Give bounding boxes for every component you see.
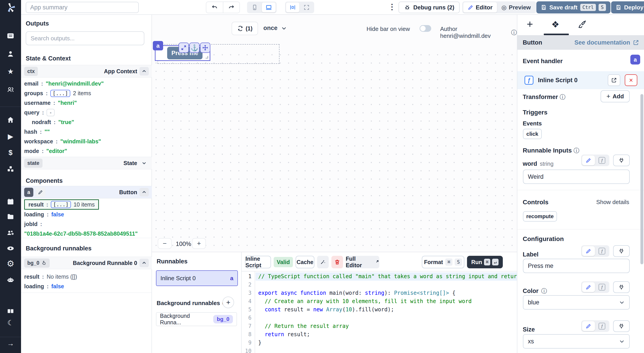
- code-lines[interactable]: // TypeScript function called "main" tha…: [256, 272, 517, 353]
- calendar-icon[interactable]: [0, 198, 21, 205]
- collapse-button[interactable]: [140, 67, 149, 76]
- rename-component-button[interactable]: [36, 187, 46, 197]
- app-window-icon[interactable]: [0, 32, 21, 40]
- static-mode-button[interactable]: [582, 282, 595, 292]
- expand-handle[interactable]: [178, 43, 189, 53]
- array-expander[interactable]: [...]: [50, 90, 70, 97]
- scrollbar-thumb[interactable]: [640, 94, 643, 264]
- code-line[interactable]: return result;: [256, 330, 517, 339]
- save-draft-button[interactable]: Save draft Ctrl S: [536, 1, 610, 14]
- connect-input-button[interactable]: [613, 281, 630, 293]
- more-menu-button[interactable]: ⋮: [388, 2, 396, 11]
- cubes-icon[interactable]: [0, 165, 21, 173]
- component-settings-tab[interactable]: ❖: [551, 19, 560, 30]
- anchor-handle[interactable]: ⚓: [189, 43, 200, 53]
- windmill-logo-icon[interactable]: [0, 2, 21, 13]
- object-expander[interactable]: -: [46, 109, 54, 116]
- app-summary-input[interactable]: [26, 2, 139, 13]
- state-header[interactable]: state State: [21, 157, 152, 169]
- word-input[interactable]: [523, 170, 630, 184]
- move-handle[interactable]: [200, 43, 210, 53]
- add-transformer-button[interactable]: + Add: [600, 90, 630, 102]
- connect-input-button[interactable]: [613, 320, 630, 332]
- ctx-header[interactable]: ctx App Context: [21, 65, 152, 78]
- books-icon[interactable]: [0, 307, 21, 315]
- color-select[interactable]: blue: [523, 295, 630, 309]
- run-button[interactable]: Run ⌘ ↵: [467, 256, 503, 268]
- info-icon[interactable]: ⓘ: [511, 29, 517, 37]
- undo-button[interactable]: [206, 2, 223, 13]
- collapse-button[interactable]: [140, 188, 149, 196]
- array-expander[interactable]: [...]: [51, 201, 71, 208]
- add-background-runnable-button[interactable]: +: [222, 296, 234, 308]
- centered-layout-button[interactable]: [286, 3, 300, 12]
- static-mode-button[interactable]: [582, 246, 595, 256]
- recompute-pill[interactable]: recompute: [523, 211, 557, 221]
- code-editor[interactable]: 12345678910 // TypeScript function calle…: [242, 271, 517, 353]
- info-icon[interactable]: ⓘ: [541, 287, 547, 295]
- open-script-button[interactable]: [608, 74, 620, 86]
- dollar-icon[interactable]: $: [0, 149, 21, 156]
- schedule-dropdown[interactable]: once: [263, 25, 287, 32]
- home-icon[interactable]: [0, 116, 21, 124]
- code-line[interactable]: [256, 314, 517, 322]
- code-line[interactable]: export async function main(word: string)…: [256, 289, 517, 297]
- debug-runs-button[interactable]: Debug runs (2): [398, 2, 460, 13]
- size-select[interactable]: xs: [523, 334, 630, 348]
- refresh-runnables-button[interactable]: (1): [232, 22, 258, 35]
- collapse-button[interactable]: [140, 259, 149, 267]
- eye-icon[interactable]: [0, 245, 21, 252]
- label-input[interactable]: [523, 259, 630, 273]
- expr-mode-button[interactable]: ƒ: [596, 246, 608, 256]
- connect-input-button[interactable]: [613, 155, 630, 166]
- redo-button[interactable]: [223, 2, 240, 13]
- robot-icon[interactable]: [0, 276, 21, 283]
- expr-mode-button[interactable]: ƒ: [596, 321, 608, 331]
- full-editor-button[interactable]: Full Editor: [346, 256, 379, 268]
- code-line[interactable]: const result = new Array(10).fill(word);: [256, 305, 517, 314]
- detach-script-button[interactable]: ×: [625, 74, 637, 86]
- preview-tab[interactable]: ◎ Preview: [497, 2, 535, 13]
- bg-runnable-item[interactable]: Background Runna... bg_0: [156, 312, 237, 326]
- cache-button[interactable]: Cache: [296, 256, 314, 268]
- folder-icon[interactable]: [0, 213, 21, 220]
- expand-button[interactable]: [140, 159, 149, 167]
- info-icon[interactable]: ⓘ: [574, 147, 579, 154]
- attached-script-row[interactable]: ƒ Inline Script 0 ×: [517, 71, 644, 89]
- insert-component-tab[interactable]: [526, 20, 534, 29]
- connect-input-button[interactable]: [613, 245, 630, 257]
- show-details-link[interactable]: Show details: [596, 199, 629, 206]
- code-line[interactable]: // TypeScript function called "main" tha…: [256, 272, 517, 281]
- code-line[interactable]: }: [256, 339, 517, 347]
- hide-bar-toggle[interactable]: [420, 25, 431, 32]
- delete-script-button[interactable]: [332, 256, 343, 268]
- arrow-right-icon[interactable]: →: [0, 339, 21, 347]
- code-line[interactable]: [256, 281, 517, 289]
- static-mode-button[interactable]: [582, 321, 595, 331]
- see-documentation-link[interactable]: See documentation: [574, 39, 639, 46]
- ai-wand-button[interactable]: [317, 256, 329, 268]
- resize-handle[interactable]: [203, 53, 209, 59]
- gear-icon[interactable]: ⚙: [0, 260, 21, 267]
- runnable-item-selected[interactable]: Inline Script 0 a: [156, 270, 238, 286]
- format-button[interactable]: Format ⌘ S: [422, 256, 464, 268]
- desktop-view-button[interactable]: [262, 3, 276, 12]
- component-a-header[interactable]: a Button: [21, 186, 152, 198]
- info-icon[interactable]: ⓘ: [560, 94, 566, 100]
- code-line[interactable]: [256, 347, 517, 353]
- users-icon[interactable]: [0, 86, 21, 93]
- search-outputs-input[interactable]: [26, 31, 144, 45]
- zoom-in-button[interactable]: +: [192, 238, 206, 249]
- user-group-gear-icon[interactable]: [0, 229, 21, 236]
- styling-tab[interactable]: [577, 20, 587, 29]
- editor-tab[interactable]: Editor: [463, 2, 497, 13]
- deploy-button[interactable]: Deploy: [611, 1, 644, 14]
- inline-script-tab[interactable]: Inline Script: [245, 256, 271, 268]
- code-line[interactable]: // Return the result array: [256, 322, 517, 330]
- app-canvas[interactable]: (1) once Hide bar on view Author henri@w…: [152, 15, 517, 252]
- moon-icon[interactable]: ☾: [0, 319, 21, 326]
- bg0-header[interactable]: bg_0 Background Runnable 0: [21, 257, 152, 269]
- expr-mode-button[interactable]: ƒ: [596, 282, 608, 292]
- user-icon[interactable]: [0, 50, 21, 58]
- zoom-out-button[interactable]: −: [158, 238, 172, 249]
